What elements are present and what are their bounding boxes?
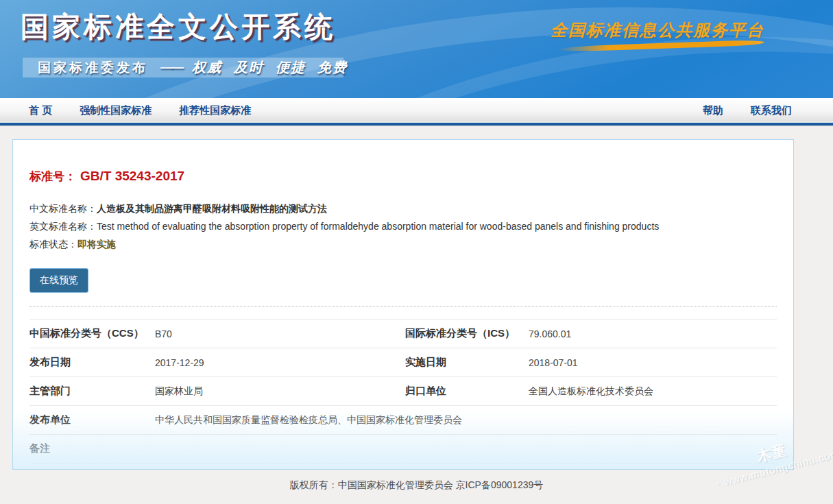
publish-date-value: 2017-12-29 <box>155 357 405 368</box>
publish-date-label: 发布日期 <box>29 356 155 369</box>
ics-label: 国际标准分类号（ICS） <box>405 327 529 340</box>
table-row: 中国标准分类号（CCS） B70 国际标准分类号（ICS） 79.060.01 <box>29 319 777 348</box>
table-row: 发布单位 中华人民共和国国家质量监督检验检疫总局、中国国家标准化管理委员会 <box>29 405 777 434</box>
ics-value: 79.060.01 <box>529 328 777 339</box>
en-name-row: 英文标准名称：Test method of evaluating the abs… <box>29 217 777 235</box>
copyright-text: 版权所有：中国国家标准化管理委员会 京ICP备09001239号 <box>290 479 544 490</box>
page-footer: 版权所有：中国国家标准化管理委员会 京ICP备09001239号 <box>0 479 833 492</box>
nav-item-mandatory-standards[interactable]: 强制性国家标准 <box>80 104 152 117</box>
slogan-dash: —— <box>160 60 182 75</box>
status-row: 标准状态：即将实施 <box>29 235 777 253</box>
main-nav: 首 页 强制性国家标准 推荐性国家标准 帮助 联系我们 <box>0 98 833 125</box>
header-slogan-banner: 国家标准委发布 —— 权威 及时 便捷 免费 <box>23 58 343 77</box>
nav-item-home[interactable]: 首 页 <box>29 104 52 117</box>
platform-logo[interactable]: 全国标准信息公共服务平台 <box>551 19 764 49</box>
cn-name-row: 中文标准名称：人造板及其制品游离甲醛吸附材料吸附性能的测试方法 <box>29 200 777 217</box>
table-row: 备注 <box>29 434 777 463</box>
table-row: 主管部门 国家林业局 归口单位 全国人造板标准化技术委员会 <box>29 376 777 405</box>
status-label: 标准状态： <box>29 239 77 250</box>
platform-logo-text: 全国标准信息公共服务平台 <box>551 19 764 41</box>
implement-date-value: 2018-07-01 <box>529 357 777 368</box>
page: 国家标准全文公开系统 国家标准委发布 —— 权威 及时 便捷 免费 全国标准信息… <box>0 0 833 492</box>
dotted-divider <box>29 306 777 307</box>
ccs-value: B70 <box>155 328 405 339</box>
standard-names-block: 中文标准名称：人造板及其制品游离甲醛吸附材料吸附性能的测试方法 英文标准名称：T… <box>29 200 777 253</box>
standard-number-label: 标准号： <box>29 170 76 183</box>
cn-name-label: 中文标准名称： <box>29 203 97 214</box>
en-name-value: Test method of evaluating the absorption… <box>97 221 659 232</box>
site-title[interactable]: 国家标准全文公开系统 <box>21 8 336 46</box>
centralized-unit-value: 全国人造板标准化技术委员会 <box>529 385 777 398</box>
cn-name-value: 人造板及其制品游离甲醛吸附材料吸附性能的测试方法 <box>97 203 327 214</box>
table-row: 发布日期 2017-12-29 实施日期 2018-07-01 <box>29 348 777 376</box>
issuing-unit-value: 中华人民共和国国家质量监督检验检疫总局、中国国家标准化管理委员会 <box>155 414 777 427</box>
en-name-label: 英文标准名称： <box>29 221 97 232</box>
standard-number-value: GB/T 35243-2017 <box>80 169 184 183</box>
competent-dept-label: 主管部门 <box>29 385 155 398</box>
publisher-label: 国家标准委发布 <box>38 59 148 77</box>
ccs-label: 中国标准分类号（CCS） <box>29 327 155 340</box>
issuing-unit-label: 发布单位 <box>29 413 155 427</box>
implement-date-label: 实施日期 <box>405 356 529 369</box>
standard-detail-card: 标准号：GB/T 35243-2017 中文标准名称：人造板及其制品游离甲醛吸附… <box>12 139 794 470</box>
online-preview-button[interactable]: 在线预览 <box>29 268 88 293</box>
nav-item-contact[interactable]: 联系我们 <box>751 104 792 117</box>
standard-number-row: 标准号：GB/T 35243-2017 <box>29 169 777 184</box>
slogan-words: 权威 及时 便捷 免费 <box>192 58 348 77</box>
site-header: 国家标准全文公开系统 国家标准委发布 —— 权威 及时 便捷 免费 全国标准信息… <box>0 0 833 98</box>
nav-item-help[interactable]: 帮助 <box>703 104 723 117</box>
competent-dept-value: 国家林业局 <box>155 385 405 398</box>
centralized-unit-label: 归口单位 <box>405 385 529 398</box>
status-badge: 即将实施 <box>77 239 116 250</box>
standard-info-table: 中国标准分类号（CCS） B70 国际标准分类号（ICS） 79.060.01 … <box>29 319 777 464</box>
nav-item-recommended-standards[interactable]: 推荐性国家标准 <box>179 104 251 117</box>
remarks-label: 备注 <box>29 442 155 455</box>
